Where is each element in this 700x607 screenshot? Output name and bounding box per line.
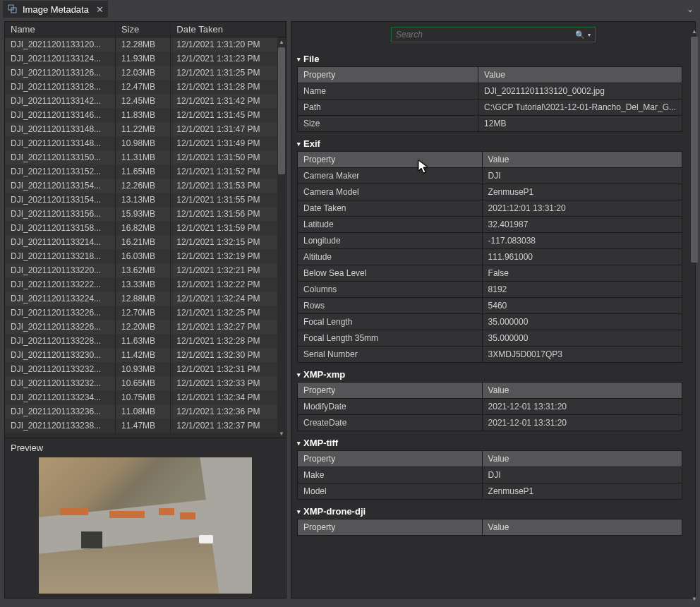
- table-row[interactable]: Camera ModelZenmuseP1: [298, 184, 682, 200]
- table-row[interactable]: Focal Length35.000000: [298, 314, 682, 330]
- table-row[interactable]: Rows5460: [298, 298, 682, 314]
- table-row[interactable]: DJI_20211201133126...12.03MB12/1/2021 1:…: [5, 66, 286, 80]
- search-dropdown-icon[interactable]: ▾: [588, 32, 591, 38]
- search-box[interactable]: 🔍 ▾: [391, 27, 596, 42]
- chevron-down-icon: ▾: [297, 508, 301, 515]
- col-header[interactable]: Value: [482, 152, 682, 168]
- cell-size: 12.45MB: [116, 94, 171, 108]
- table-row[interactable]: DJI_20211201133148...11.22MB12/1/2021 1:…: [5, 122, 286, 136]
- table-row[interactable]: ModelZenmuseP1: [298, 483, 682, 500]
- table-row[interactable]: DJI_20211201133228...11.63MB12/1/2021 1:…: [5, 334, 286, 348]
- col-name[interactable]: Name: [5, 22, 116, 37]
- table-row[interactable]: DJI_20211201133214...16.21MB12/1/2021 1:…: [5, 235, 286, 249]
- cell-size: 12.03MB: [116, 66, 171, 80]
- section-title: File: [303, 54, 319, 64]
- table-row[interactable]: DJI_20211201133150...11.31MB12/1/2021 1:…: [5, 150, 286, 164]
- search-input[interactable]: [396, 30, 575, 40]
- table-row[interactable]: Longitude-117.083038: [298, 233, 682, 249]
- scroll-down-icon[interactable]: ▼: [277, 429, 286, 438]
- cell-date: 12/1/2021 1:31:45 PM: [171, 108, 286, 122]
- cell-date: 12/1/2021 1:31:53 PM: [171, 179, 286, 193]
- table-row[interactable]: DJI_20211201133220...13.62MB12/1/2021 1:…: [5, 263, 286, 277]
- table-row[interactable]: DJI_20211201133232...10.65MB12/1/2021 1:…: [5, 376, 286, 390]
- col-header[interactable]: Value: [482, 519, 682, 536]
- table-row[interactable]: DJI_20211201133238...11.47MB12/1/2021 1:…: [5, 419, 286, 433]
- table-row[interactable]: Camera MakerDJI: [298, 168, 682, 184]
- col-size[interactable]: Size: [116, 22, 171, 37]
- section-header[interactable]: ▾Exif: [297, 136, 682, 151]
- table-row[interactable]: DJI_20211201133230...11.42MB12/1/2021 1:…: [5, 348, 286, 362]
- table-row[interactable]: DJI_20211201133224...12.88MB12/1/2021 1:…: [5, 292, 286, 306]
- table-row[interactable]: DJI_20211201133152...11.65MB12/1/2021 1:…: [5, 164, 286, 179]
- table-row[interactable]: DJI_20211201133222...13.33MB12/1/2021 1:…: [5, 277, 286, 292]
- cell-name: DJI_20211201133154...: [5, 193, 116, 207]
- file-table-scrollbar[interactable]: ▲ ▼: [277, 37, 286, 438]
- table-row[interactable]: DJI_20211201133158...16.82MB12/1/2021 1:…: [5, 221, 286, 235]
- table-row[interactable]: Serial Number3XMDJ5D0017QP3: [298, 347, 682, 363]
- table-row[interactable]: Focal Length 35mm35.000000: [298, 330, 682, 347]
- table-row[interactable]: CreateDate2021-12-01 13:31:20: [298, 415, 682, 431]
- cell-date: 12/1/2021 1:31:28 PM: [171, 80, 286, 94]
- cell: Path: [298, 100, 478, 116]
- table-row[interactable]: DJI_20211201133128...12.47MB12/1/2021 1:…: [5, 80, 286, 94]
- table-row[interactable]: DJI_20211201133232...10.93MB12/1/2021 1:…: [5, 362, 286, 376]
- table-row[interactable]: DJI_20211201133142...12.45MB12/1/2021 1:…: [5, 94, 286, 108]
- table-row[interactable]: Altitude111.961000: [298, 249, 682, 265]
- table-row[interactable]: DJI_20211201133218...16.03MB12/1/2021 1:…: [5, 249, 286, 263]
- table-row[interactable]: DJI_20211201133156...15.93MB12/1/2021 1:…: [5, 207, 286, 221]
- col-header[interactable]: Value: [482, 383, 682, 399]
- table-row[interactable]: NameDJI_20211201133120_0002.jpg: [298, 83, 682, 100]
- table-row[interactable]: Below Sea LevelFalse: [298, 265, 682, 282]
- col-header[interactable]: Property: [298, 519, 483, 536]
- section-header[interactable]: ▾XMP-tiff: [297, 435, 682, 450]
- file-table-header-row[interactable]: Name Size Date Taken: [5, 22, 286, 37]
- col-header[interactable]: Property: [298, 67, 478, 83]
- table-row[interactable]: DJI_20211201133154...12.26MB12/1/2021 1:…: [5, 179, 286, 193]
- section-header[interactable]: ▾XMP-xmp: [297, 367, 682, 382]
- scroll-up-icon[interactable]: ▲: [277, 37, 286, 46]
- table-row[interactable]: DJI_20211201133148...10.98MB12/1/2021 1:…: [5, 136, 286, 150]
- table-row[interactable]: DJI_20211201133154...13.13MB12/1/2021 1:…: [5, 193, 286, 207]
- metadata-scrollbar[interactable]: ▲ ▼: [690, 27, 699, 603]
- cell-size: 13.62MB: [116, 263, 171, 277]
- table-row[interactable]: DJI_20211201133124...11.93MB12/1/2021 1:…: [5, 52, 286, 66]
- section-title: Exif: [303, 138, 320, 149]
- section-header[interactable]: ▾File: [297, 52, 682, 66]
- cell-date: 12/1/2021 1:32:30 PM: [171, 348, 286, 362]
- section-header[interactable]: ▾XMP-drone-dji: [297, 504, 682, 519]
- section-file: ▾FilePropertyValueNameDJI_20211201133120…: [297, 52, 682, 132]
- table-row[interactable]: DJI_20211201133234...10.75MB12/1/2021 1:…: [5, 390, 286, 404]
- table-row[interactable]: DJI_20211201133226...12.20MB12/1/2021 1:…: [5, 320, 286, 334]
- file-table[interactable]: Name Size Date Taken DJI_20211201133120.…: [5, 22, 286, 433]
- col-header[interactable]: Property: [298, 152, 483, 168]
- table-row[interactable]: ModifyDate2021-12-01 13:31:20: [298, 399, 682, 415]
- close-icon[interactable]: ✕: [96, 4, 104, 15]
- tab-image-metadata[interactable]: Image Metadata ✕: [3, 1, 108, 18]
- table-row[interactable]: Latitude32.401987: [298, 217, 682, 233]
- scroll-down-icon[interactable]: ▼: [690, 594, 699, 603]
- table-row[interactable]: PathC:\GCP Tutorial\2021-12-01-Rancho_De…: [298, 100, 682, 116]
- col-header[interactable]: Value: [478, 67, 682, 83]
- table-row[interactable]: Date Taken2021:12:01 13:31:20: [298, 200, 682, 217]
- table-row[interactable]: DJI_20211201133120...12.28MB12/1/2021 1:…: [5, 37, 286, 52]
- cell-name: DJI_20211201133224...: [5, 292, 116, 306]
- panel-chevron-icon[interactable]: ⌄: [683, 4, 697, 14]
- col-header[interactable]: Value: [482, 451, 682, 467]
- table-row[interactable]: DJI_20211201133236...11.08MB12/1/2021 1:…: [5, 404, 286, 419]
- scroll-up-icon[interactable]: ▲: [690, 27, 699, 35]
- table-row[interactable]: DJI_20211201133226...12.70MB12/1/2021 1:…: [5, 306, 286, 320]
- col-header[interactable]: Property: [298, 451, 483, 467]
- table-row[interactable]: DJI_20211201133146...11.83MB12/1/2021 1:…: [5, 108, 286, 122]
- cell-name: DJI_20211201133230...: [5, 348, 116, 362]
- col-header[interactable]: Property: [298, 383, 483, 399]
- search-icon[interactable]: 🔍: [575, 30, 585, 40]
- table-row[interactable]: Size12MB: [298, 116, 682, 132]
- table-row[interactable]: MakeDJI: [298, 467, 682, 483]
- scroll-thumb[interactable]: [691, 37, 698, 263]
- table-row[interactable]: Columns8192: [298, 282, 682, 298]
- cell-date: 12/1/2021 1:32:31 PM: [171, 362, 286, 376]
- cell-size: 10.75MB: [116, 390, 171, 404]
- cell: ZenmuseP1: [482, 483, 682, 500]
- col-date[interactable]: Date Taken: [171, 22, 286, 37]
- scroll-thumb[interactable]: [278, 47, 285, 174]
